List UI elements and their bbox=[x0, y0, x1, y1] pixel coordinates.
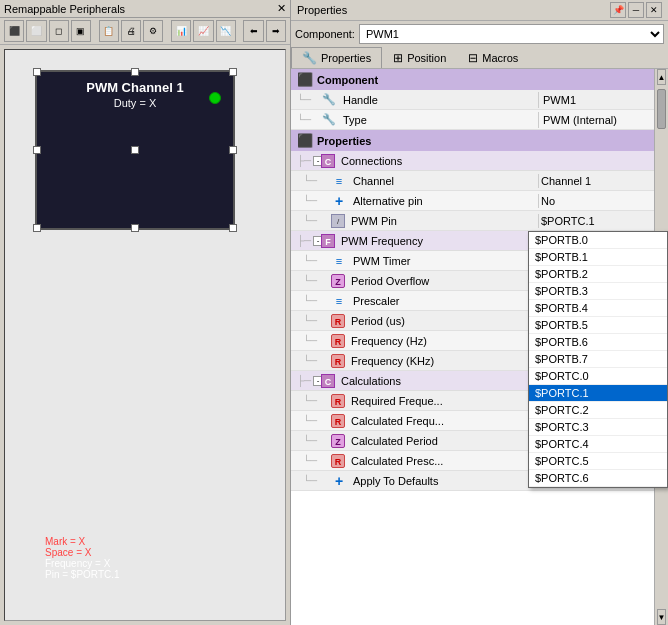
toolbar-btn-5[interactable]: 📋 bbox=[99, 20, 119, 42]
peroverflow-label: Period Overflow bbox=[348, 273, 538, 289]
pwmtimer-label: PWM Timer bbox=[350, 253, 538, 269]
channel-value[interactable]: Channel 1 ▼ bbox=[538, 174, 668, 188]
tab-macros-label: Macros bbox=[482, 52, 518, 64]
dropdown-item-portb3[interactable]: $PORTB.3 bbox=[529, 283, 667, 300]
pwmfreq-label: PWM Frequency bbox=[338, 235, 423, 247]
toolbar-btn-8[interactable]: 📊 bbox=[171, 20, 191, 42]
dropdown-item-portb2[interactable]: $PORTB.2 bbox=[529, 266, 667, 283]
dropdown-item-portc4[interactable]: $PORTC.4 bbox=[529, 436, 667, 453]
tree-calcpresc: └─ bbox=[303, 455, 317, 466]
dropdown-item-portb0[interactable]: $PORTB.0 bbox=[529, 232, 667, 249]
altpin-value[interactable]: No ▼ bbox=[538, 194, 668, 208]
pwm-extra-props: Mark = X Space = X Frequency = X Pin = $… bbox=[45, 536, 120, 580]
dropdown-item-portb4[interactable]: $PORTB.4 bbox=[529, 300, 667, 317]
minimize-button[interactable]: ─ bbox=[628, 2, 644, 18]
dropdown-item-portc0[interactable]: $PORTC.0 bbox=[529, 368, 667, 385]
properties-section-header: ⬛ Properties bbox=[291, 130, 668, 151]
toolbar-btn-3[interactable]: ◻ bbox=[49, 20, 69, 42]
properties-section-label: Properties bbox=[317, 135, 371, 147]
toolbar-btn-10[interactable]: 📉 bbox=[216, 20, 236, 42]
altpin-val-text: No bbox=[541, 195, 555, 207]
dropdown-item-portc3[interactable]: $PORTC.3 bbox=[529, 419, 667, 436]
pwmtimer-icon: ≡ bbox=[331, 253, 347, 269]
prescaler-label: Prescaler bbox=[350, 293, 538, 309]
space-label: Space = X bbox=[45, 547, 120, 558]
type-value: PWM (Internal) bbox=[538, 112, 668, 128]
pwm-duty-label: Duty = X bbox=[114, 97, 157, 109]
pwm-box-inner: PWM Channel 1 Duty = X bbox=[37, 72, 233, 228]
props-scroll[interactable]: ⬛ Component └─ 🔧 Handle PWM1 └─ bbox=[291, 69, 668, 625]
pin-button[interactable]: 📌 bbox=[610, 2, 626, 18]
center-handle[interactable] bbox=[131, 146, 139, 154]
freqkhz-label: Frequency (KHz) bbox=[348, 353, 538, 369]
dropdown-item-portb1[interactable]: $PORTB.1 bbox=[529, 249, 667, 266]
position-icon: ⊞ bbox=[393, 51, 403, 65]
toolbar-btn-2[interactable]: ⬜ bbox=[26, 20, 46, 42]
perius-label: Period (us) bbox=[348, 313, 538, 329]
dropdown-item-portb7[interactable]: $PORTB.7 bbox=[529, 351, 667, 368]
toolbar-btn-11[interactable]: ⬅ bbox=[243, 20, 263, 42]
component-section-header: ⬛ Component bbox=[291, 69, 668, 90]
toolbar-btn-9[interactable]: 📈 bbox=[193, 20, 213, 42]
mark-label: Mark = X bbox=[45, 536, 120, 547]
tree-prescaler: └─ bbox=[303, 295, 317, 306]
component-dropdown[interactable]: PWM1 bbox=[359, 24, 664, 44]
calcfreq-r-icon: R bbox=[331, 414, 345, 428]
calcpresc-r-icon: R bbox=[331, 454, 345, 468]
tab-position[interactable]: ⊞ Position bbox=[382, 47, 457, 68]
pwmpin-icon: / bbox=[331, 214, 345, 228]
reqfreq-label: Required Freque... bbox=[348, 393, 538, 409]
left-panel-toolbar: ⬛ ⬜ ◻ ▣ 📋 🖨 ⚙ 📊 📈 📉 ⬅ ➡ bbox=[0, 18, 290, 45]
toolbar-btn-12[interactable]: ➡ bbox=[266, 20, 286, 42]
tree-reqfreq: └─ bbox=[303, 395, 317, 406]
close-panel-button[interactable]: ✕ bbox=[646, 2, 662, 18]
indent-handle: └─ bbox=[291, 94, 321, 105]
altpin-plus-icon: + bbox=[331, 193, 347, 209]
left-panel-header: Remappable Peripherals ✕ bbox=[0, 0, 290, 18]
altpin-indent: └─ bbox=[291, 195, 331, 206]
freqhz-label: Frequency (Hz) bbox=[348, 333, 538, 349]
canvas-area: PWM Channel 1 Duty = X Mark = X Space = … bbox=[4, 49, 286, 621]
scroll-down-btn[interactable]: ▼ bbox=[657, 609, 666, 625]
freqkhz-r-icon: R bbox=[331, 354, 345, 368]
frequency-label: Frequency = X bbox=[45, 558, 120, 569]
type-row: └─ 🔧 Type PWM (Internal) bbox=[291, 110, 668, 130]
pwmfreq-icon: F bbox=[321, 234, 335, 248]
calcfreq-label: Calculated Frequ... bbox=[348, 413, 538, 429]
freqkhz-indent: └─ bbox=[291, 355, 331, 366]
tree-altpin: └─ bbox=[303, 195, 317, 206]
channel-label: Channel bbox=[350, 173, 538, 189]
tree-calcperiod: └─ bbox=[303, 435, 317, 446]
dropdown-item-portb6[interactable]: $PORTB.6 bbox=[529, 334, 667, 351]
channel-val-text: Channel 1 bbox=[541, 175, 591, 187]
dropdown-item-portc5[interactable]: $PORTC.5 bbox=[529, 453, 667, 470]
toolbar-btn-6[interactable]: 🖨 bbox=[121, 20, 141, 42]
wrench-small-icon: 🔧 bbox=[321, 92, 337, 108]
toolbar-btn-4[interactable]: ▣ bbox=[71, 20, 91, 42]
dropdown-item-portc1[interactable]: $PORTC.1 bbox=[529, 385, 667, 402]
scroll-up-btn[interactable]: ▲ bbox=[657, 69, 666, 85]
tree-calculations: ├─ bbox=[297, 375, 311, 386]
pwmpin-value[interactable]: $PORTC.1 ▼ bbox=[538, 214, 668, 228]
close-icon[interactable]: ✕ bbox=[277, 2, 286, 15]
pwm-pin-row[interactable]: └─ / PWM Pin $PORTC.1 ▼ bbox=[291, 211, 668, 231]
dropdown-item-portc6[interactable]: $PORTC.6 bbox=[529, 470, 667, 487]
pwmpin-label: PWM Pin bbox=[348, 213, 538, 229]
tab-properties[interactable]: 🔧 Properties bbox=[291, 47, 382, 68]
right-scrollbar-thumb[interactable] bbox=[657, 89, 666, 129]
tree-connections: ├─ bbox=[297, 155, 311, 166]
dropdown-item-portc2[interactable]: $PORTC.2 bbox=[529, 402, 667, 419]
calculations-label: Calculations bbox=[338, 375, 401, 387]
channel-doc-icon: ≡ bbox=[331, 173, 347, 189]
pin-dropdown-list[interactable]: $PORTB.0 $PORTB.1 $PORTB.2 $PORTB.3 $POR… bbox=[528, 231, 668, 488]
toolbar-btn-1[interactable]: ⬛ bbox=[4, 20, 24, 42]
altpin-label: Alternative pin bbox=[350, 193, 538, 209]
dropdown-item-portb5[interactable]: $PORTB.5 bbox=[529, 317, 667, 334]
toolbar-btn-7[interactable]: ⚙ bbox=[143, 20, 163, 42]
pwm-component-box[interactable]: PWM Channel 1 Duty = X bbox=[35, 70, 235, 230]
tree-applydef: └─ bbox=[303, 475, 317, 486]
tab-macros[interactable]: ⊟ Macros bbox=[457, 47, 529, 68]
perius-indent: └─ bbox=[291, 315, 331, 326]
component-section-icon: ⬛ bbox=[297, 72, 313, 87]
tree-pwmtimer: └─ bbox=[303, 255, 317, 266]
